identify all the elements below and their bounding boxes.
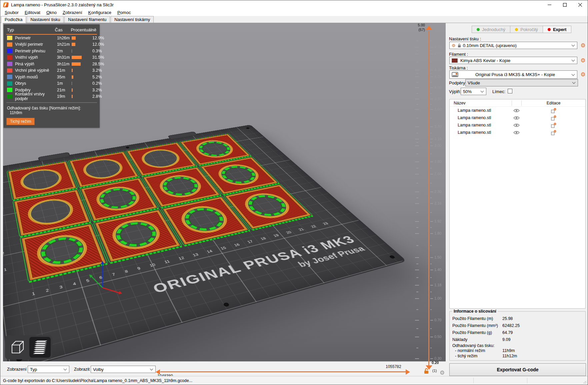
support-ring bbox=[39, 234, 87, 268]
filament-gear-button[interactable]: ⚙ bbox=[579, 57, 587, 64]
object-list-edit-header: Editace bbox=[522, 101, 585, 105]
eye-icon[interactable] bbox=[512, 108, 521, 113]
feature-color-swatch bbox=[7, 62, 12, 66]
object-row[interactable]: Lampa rameno.stl bbox=[450, 121, 585, 129]
resize-grip[interactable] bbox=[583, 380, 587, 384]
menu-item-konfigurace[interactable]: Konfigurace bbox=[85, 9, 114, 16]
info-label: Použito Filamentu (m) bbox=[452, 316, 502, 321]
legend-row: Perimetr převisu2m0.3% bbox=[6, 48, 97, 54]
object-name: Lampa rameno.stl bbox=[450, 130, 512, 135]
info-label: Použito Filamentu (mm³) bbox=[452, 323, 502, 328]
tab-1[interactable]: Podložka bbox=[1, 16, 26, 23]
printer-gear-button[interactable]: ⚙ bbox=[579, 71, 587, 78]
part-hole bbox=[26, 196, 77, 229]
legend-row: Výplň mostů35m5.2% bbox=[6, 74, 97, 80]
export-gcode-button[interactable]: Exportovat G-code bbox=[449, 363, 586, 376]
info-label: Náklady bbox=[452, 337, 502, 342]
part-hole bbox=[238, 190, 298, 222]
preview-3d-viewport[interactable]: 1234567891011121314151617181920212223 12… bbox=[3, 23, 446, 361]
minimize-button[interactable] bbox=[542, 0, 557, 9]
menu-item-editovat[interactable]: Editovat bbox=[22, 9, 43, 16]
object-list-header: Název Editace bbox=[450, 99, 585, 107]
menu-item-pomoc[interactable]: Pomoc bbox=[114, 9, 134, 16]
stealth-mode-button[interactable]: Tichý režim bbox=[6, 118, 35, 125]
brim-checkbox[interactable] bbox=[508, 89, 512, 93]
mode-switcher: JednoduchýPokročilýExpert bbox=[472, 26, 571, 33]
info-label: - normální režim bbox=[455, 348, 502, 353]
editor-view-button[interactable] bbox=[7, 337, 28, 358]
tab-3[interactable]: Nastavení filamentu bbox=[64, 16, 110, 23]
estimated-time-value: 11h9m bbox=[10, 110, 22, 115]
support-ring bbox=[242, 192, 292, 219]
edit-object-icon[interactable] bbox=[521, 130, 585, 135]
mode-button-pokročilý[interactable]: Pokročilý bbox=[510, 26, 543, 33]
edit-object-icon[interactable] bbox=[521, 108, 585, 113]
eye-icon[interactable] bbox=[512, 123, 521, 127]
feature-percent: 31.5% bbox=[92, 55, 105, 60]
printer-icon bbox=[452, 72, 458, 77]
show-features-select[interactable]: Volby bbox=[91, 366, 156, 373]
slider-settings-gear-icon[interactable]: ⚙ bbox=[440, 369, 445, 376]
layers-icon bbox=[31, 339, 49, 356]
lock-icon bbox=[458, 43, 461, 48]
printer-select[interactable]: Original Prusa i3 MK3S & MK3S+ - Kopie bbox=[449, 70, 577, 79]
feature-color-swatch bbox=[7, 55, 12, 60]
edit-object-icon[interactable] bbox=[521, 122, 585, 128]
feature-color-swatch bbox=[7, 88, 12, 92]
chevron-down-icon bbox=[481, 89, 484, 93]
feature-percent: 12.0% bbox=[92, 42, 105, 47]
part-hole bbox=[80, 156, 127, 182]
feature-label: Vnitřní výplň bbox=[15, 55, 57, 60]
feature-bar-fill bbox=[72, 36, 76, 40]
print-time-legend: Typ Čas Procentuálně Perimetr1h26m12.9%V… bbox=[4, 24, 100, 128]
feature-label: Vnější perimetr bbox=[15, 42, 57, 47]
eye-icon[interactable] bbox=[512, 130, 521, 135]
eye-icon[interactable] bbox=[512, 116, 521, 120]
print-settings-select[interactable]: ⚙ 0.10mm DETAIL (upraveno) bbox=[449, 42, 577, 49]
range-slider-right-thumb[interactable] bbox=[406, 369, 410, 375]
layer-slider-upper-thumb[interactable] bbox=[426, 26, 432, 30]
tab-4[interactable]: Nastavení tiskárny bbox=[111, 16, 154, 23]
feature-bar bbox=[72, 49, 92, 53]
edit-object-icon[interactable] bbox=[521, 115, 585, 121]
info-time-row: - normální režim11h9m bbox=[452, 348, 583, 353]
menu-bar: SouborEditovatOknoZobrazeníKonfiguracePo… bbox=[0, 9, 588, 16]
view-type-label: Zobrazení bbox=[7, 367, 27, 372]
layer-slider-track[interactable] bbox=[428, 31, 429, 366]
feature-bar bbox=[72, 43, 92, 46]
close-button[interactable] bbox=[572, 0, 588, 9]
feature-percent: 0.2% bbox=[92, 81, 103, 86]
print-settings-gear-button[interactable]: ⚙ bbox=[579, 42, 587, 49]
menu-item-zobrazení[interactable]: Zobrazení bbox=[60, 9, 85, 16]
feature-time: 21m bbox=[57, 68, 72, 73]
mode-button-expert[interactable]: Expert bbox=[543, 26, 571, 33]
legend-row: Vrchní plné výplně21m3.2% bbox=[6, 67, 97, 74]
info-value: 64.79 bbox=[502, 330, 513, 335]
range-slider-max-label: 1055782 bbox=[386, 364, 401, 369]
feature-percent: 5.2% bbox=[92, 75, 103, 79]
view-type-select[interactable]: Typ bbox=[28, 366, 69, 373]
filament-select[interactable]: Kimya ABS Kevlar - Kopie bbox=[449, 57, 577, 64]
menu-item-soubor[interactable]: Soubor bbox=[2, 9, 22, 16]
mode-button-jednoduchý[interactable]: Jednoduchý bbox=[472, 26, 510, 33]
infill-select[interactable]: 50% bbox=[461, 88, 486, 95]
object-list-name-header: Název bbox=[450, 101, 512, 105]
object-row[interactable]: Lampa rameno.stl bbox=[450, 107, 585, 114]
tab-2[interactable]: Nastavení tisku bbox=[27, 16, 64, 23]
preview-view-button[interactable] bbox=[29, 337, 51, 358]
filament-color-swatch bbox=[452, 58, 458, 63]
menu-item-okno[interactable]: Okno bbox=[43, 9, 60, 16]
feature-bar-fill bbox=[72, 56, 82, 59]
info-label: Použito Filamentu (g) bbox=[452, 330, 502, 335]
maximize-button[interactable] bbox=[557, 0, 572, 9]
support-ring bbox=[159, 174, 203, 198]
range-slider-track[interactable] bbox=[160, 371, 406, 372]
layer-range-lock-icon[interactable] bbox=[424, 368, 429, 375]
object-row[interactable]: Lampa rameno.stl bbox=[450, 129, 585, 136]
info-value: 11h9m bbox=[502, 348, 515, 353]
print-settings-label: Nastavení tisku : bbox=[449, 36, 481, 41]
object-name: Lampa rameno.stl bbox=[450, 108, 512, 113]
supports-select[interactable]: Všude bbox=[465, 79, 578, 86]
object-row[interactable]: Lampa rameno.stl bbox=[450, 114, 585, 121]
print-bed: 1234567891011121314151617181920212223 12… bbox=[3, 125, 405, 361]
